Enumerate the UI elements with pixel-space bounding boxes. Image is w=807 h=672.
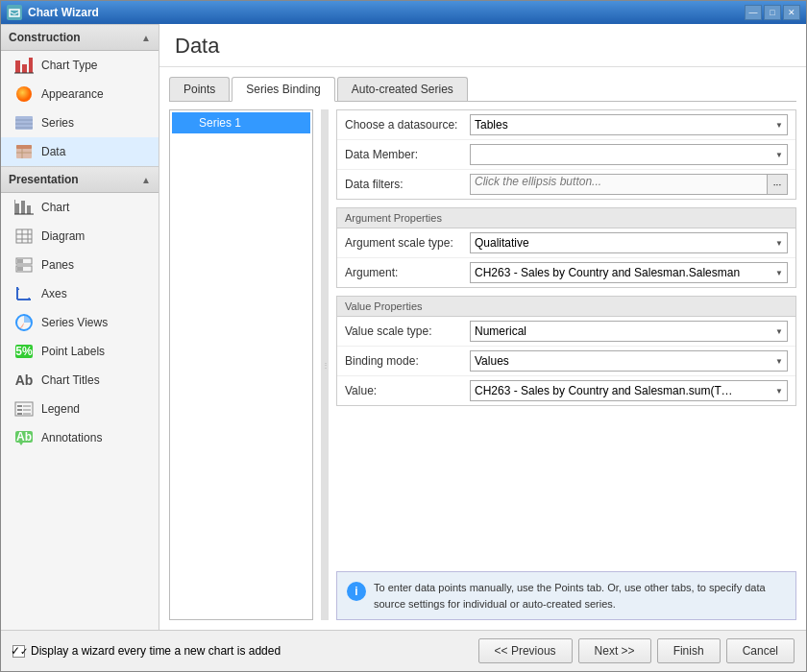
content-area: Construction ▲ Chart Type bbox=[1, 24, 806, 630]
footer-left: ✓ Display a wizard every time a new char… bbox=[12, 644, 281, 658]
svg-point-5 bbox=[16, 86, 32, 102]
finish-button[interactable]: Finish bbox=[657, 638, 721, 663]
svg-rect-11 bbox=[16, 145, 32, 149]
datasource-select[interactable]: Tables ▼ bbox=[470, 114, 788, 135]
chart-type-label: Chart Type bbox=[41, 59, 97, 72]
close-button[interactable]: ✕ bbox=[783, 5, 800, 20]
svg-rect-2 bbox=[22, 64, 27, 73]
wizard-checkbox-label: Display a wizard every time a new chart … bbox=[31, 644, 281, 658]
sidebar: Construction ▲ Chart Type bbox=[1, 24, 159, 630]
maximize-button[interactable]: □ bbox=[764, 5, 781, 20]
presentation-label: Presentation bbox=[9, 173, 79, 186]
svg-rect-34 bbox=[17, 405, 22, 407]
page-title: Data bbox=[175, 34, 791, 59]
value-properties-header: Value Properties bbox=[337, 297, 795, 317]
svg-rect-27 bbox=[17, 267, 23, 271]
main-body: Points Series Binding Auto-created Serie… bbox=[159, 67, 806, 630]
settings-panel: Choose a datasource: Tables ▼ Data Membe… bbox=[336, 109, 796, 620]
argument-scale-select[interactable]: Qualitative ▼ bbox=[470, 232, 788, 253]
chart-titles-label: Chart Titles bbox=[41, 373, 100, 387]
data-label: Data bbox=[41, 145, 65, 158]
sidebar-item-series-views[interactable]: Series Views bbox=[1, 308, 159, 337]
annotations-label: Annotations bbox=[41, 431, 102, 444]
binding-mode-select[interactable]: Values ▼ bbox=[470, 350, 788, 372]
footer-right: << Previous Next >> Finish Cancel bbox=[478, 638, 795, 663]
argument-scale-control: Qualitative ▼ bbox=[470, 232, 788, 253]
series-label: Series bbox=[41, 116, 74, 130]
legend-label: Legend bbox=[41, 402, 80, 416]
tab-bar: Points Series Binding Auto-created Serie… bbox=[169, 77, 796, 102]
svg-rect-15 bbox=[21, 201, 25, 214]
sidebar-item-diagram[interactable]: Diagram bbox=[1, 222, 159, 251]
datasource-group: Choose a datasource: Tables ▼ Data Membe… bbox=[336, 109, 796, 200]
tab-points[interactable]: Points bbox=[169, 77, 230, 101]
sidebar-item-chart-type[interactable]: Chart Type bbox=[1, 51, 159, 80]
cancel-button[interactable]: Cancel bbox=[726, 638, 795, 663]
tab-auto-created-series[interactable]: Auto-created Series bbox=[337, 77, 468, 101]
svg-rect-44 bbox=[183, 117, 186, 129]
value-row: Value: CH263 - Sales by Country and Sale… bbox=[337, 376, 795, 405]
data-filters-control: Click the ellipsis button... ··· bbox=[470, 174, 788, 195]
series-bar-chart-icon bbox=[178, 116, 193, 130]
presentation-section-header[interactable]: Presentation ▲ bbox=[1, 166, 159, 193]
previous-button[interactable]: << Previous bbox=[478, 638, 573, 663]
argument-row: Argument: CH263 - Sales by Country and S… bbox=[337, 258, 795, 287]
data-member-select[interactable]: ▼ bbox=[470, 144, 788, 165]
value-value: CH263 - Sales by Country and Salesman.su… bbox=[475, 384, 734, 397]
value-select[interactable]: CH263 - Sales by Country and Salesman.su… bbox=[470, 380, 788, 401]
presentation-collapse-icon: ▲ bbox=[141, 175, 151, 185]
value-scale-row: Value scale type: Numerical ▼ bbox=[337, 317, 795, 347]
info-bar: i To enter data points manually, use the… bbox=[336, 571, 796, 620]
sidebar-item-chart[interactable]: Chart bbox=[1, 193, 159, 222]
series-item-1[interactable]: Series 1 bbox=[172, 112, 310, 133]
info-text: To enter data points manually, use the P… bbox=[374, 580, 786, 612]
resize-handle[interactable]: ⋮ bbox=[321, 109, 329, 620]
svg-rect-36 bbox=[17, 409, 22, 411]
sidebar-item-axes[interactable]: Axes bbox=[1, 279, 159, 308]
panes-icon bbox=[14, 255, 34, 275]
window-title: Chart Wizard bbox=[28, 6, 739, 19]
chart-wizard-window: Chart Wizard — □ ✕ Construction ▲ bbox=[0, 0, 807, 672]
argument-label: Argument: bbox=[345, 266, 470, 279]
argument-select[interactable]: CH263 - Sales by Country and Salesman.Sa… bbox=[470, 262, 788, 283]
data-member-dropdown-arrow: ▼ bbox=[775, 151, 783, 159]
datasource-dropdown-arrow: ▼ bbox=[775, 121, 783, 130]
sidebar-item-legend[interactable]: Legend bbox=[1, 395, 159, 423]
argument-scale-value: Qualitative bbox=[475, 236, 529, 250]
footer: ✓ Display a wizard every time a new char… bbox=[1, 630, 806, 671]
series-views-label: Series Views bbox=[41, 316, 108, 329]
sidebar-item-chart-titles[interactable]: Ab Chart Titles bbox=[1, 366, 159, 395]
construction-collapse-icon: ▲ bbox=[141, 33, 151, 43]
svg-rect-0 bbox=[10, 10, 19, 16]
sidebar-item-appearance[interactable]: Appearance bbox=[1, 80, 159, 108]
sidebar-item-panes[interactable]: Panes bbox=[1, 251, 159, 279]
diagram-icon bbox=[14, 227, 34, 246]
svg-rect-19 bbox=[16, 229, 32, 243]
datasource-label: Choose a datasource: bbox=[345, 118, 470, 132]
data-filters-input[interactable]: Click the ellipsis button... bbox=[470, 174, 767, 195]
construction-label: Construction bbox=[9, 31, 81, 44]
sidebar-item-data[interactable]: Data bbox=[1, 137, 159, 166]
chart-type-icon bbox=[14, 56, 34, 75]
sidebar-item-point-labels[interactable]: 5% Point Labels bbox=[1, 337, 159, 366]
minimize-button[interactable]: — bbox=[745, 5, 762, 20]
data-member-label: Data Member: bbox=[345, 148, 470, 161]
svg-rect-38 bbox=[17, 413, 22, 415]
chart-label: Chart bbox=[41, 201, 69, 214]
data-filters-ellipsis-button[interactable]: ··· bbox=[767, 174, 788, 195]
value-arrow: ▼ bbox=[775, 387, 783, 396]
construction-section-header[interactable]: Construction ▲ bbox=[1, 24, 159, 51]
tab-series-binding[interactable]: Series Binding bbox=[232, 77, 334, 102]
binding-mode-control: Values ▼ bbox=[470, 350, 788, 372]
sidebar-item-annotations[interactable]: Ab Annotations bbox=[1, 423, 159, 452]
svg-rect-14 bbox=[15, 204, 19, 214]
point-labels-label: Point Labels bbox=[41, 345, 105, 358]
sidebar-item-series[interactable]: Series bbox=[1, 108, 159, 137]
value-scale-select[interactable]: Numerical ▼ bbox=[470, 321, 788, 342]
binding-mode-arrow: ▼ bbox=[775, 357, 783, 366]
axes-label: Axes bbox=[41, 287, 67, 300]
series-views-icon bbox=[14, 313, 34, 332]
axes-icon bbox=[14, 284, 34, 303]
wizard-checkbox[interactable]: ✓ bbox=[12, 645, 25, 658]
next-button[interactable]: Next >> bbox=[578, 638, 651, 663]
